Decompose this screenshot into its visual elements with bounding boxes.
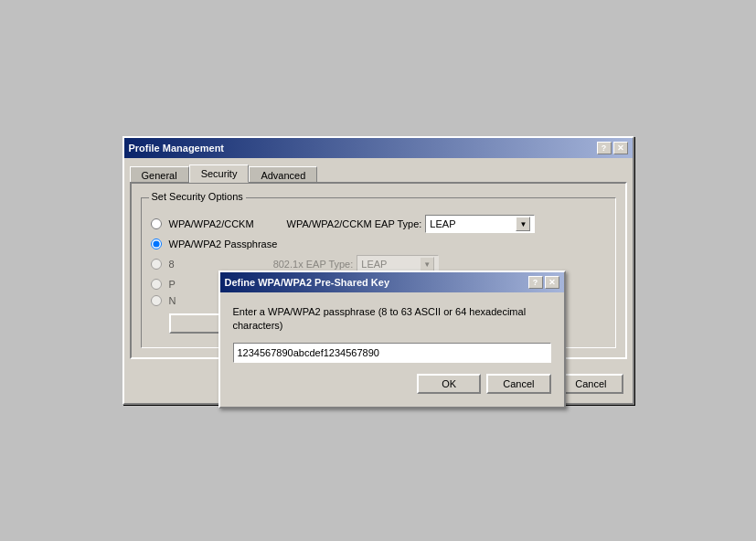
window-title: Profile Management xyxy=(129,143,225,154)
modal-close-button[interactable]: ✕ xyxy=(545,276,559,289)
modal-body: Enter a WPA/WPA2 passphrase (8 to 63 ASC… xyxy=(220,292,564,407)
title-bar-buttons: ? ✕ xyxy=(597,142,628,154)
radio-wpa-passphrase[interactable] xyxy=(151,239,162,249)
radio-8021x[interactable] xyxy=(151,259,162,270)
modal-ok-button[interactable]: OK xyxy=(417,374,481,394)
modal-title-buttons: ? ✕ xyxy=(528,276,559,289)
eap-type-label-1: WPA/WPA2/CCKM EAP Type: xyxy=(287,218,422,229)
modal-description: Enter a WPA/WPA2 passphrase (8 to 63 ASC… xyxy=(233,305,551,334)
main-window: Profile Management ? ✕ General Security … xyxy=(122,136,634,405)
radio-wpa-cckm[interactable] xyxy=(151,218,162,229)
tab-bar: General Security Advanced xyxy=(130,164,627,183)
radio-row-2: WPA/WPA2 Passphrase xyxy=(151,239,606,249)
modal-cancel-button[interactable]: Cancel xyxy=(486,374,550,394)
modal-title: Define WPA/WPA2 Pre-Shared Key xyxy=(225,277,390,288)
passphrase-input[interactable] xyxy=(233,343,551,363)
radio-label-none: N xyxy=(169,295,176,306)
radio-label-wpa-cckm: WPA/WPA2/CCKM xyxy=(169,218,254,229)
dropdown-arrow-2[interactable]: ▼ xyxy=(420,257,434,271)
eap-type-label-2: 802.1x EAP Type: xyxy=(273,259,354,270)
modal-title-bar: Define WPA/WPA2 Pre-Shared Key ? ✕ xyxy=(220,272,564,292)
close-button[interactable]: ✕ xyxy=(613,142,628,154)
window-body: General Security Advanced Set Security O… xyxy=(124,158,633,403)
radio-psk[interactable] xyxy=(151,279,162,290)
title-bar: Profile Management ? ✕ xyxy=(124,138,633,158)
radio-none[interactable] xyxy=(151,295,162,306)
help-button[interactable]: ? xyxy=(597,142,612,154)
modal-help-button[interactable]: ? xyxy=(528,276,543,289)
tab-content-security: Set Security Options WPA/WPA2/CCKM WPA/W… xyxy=(130,182,627,359)
dropdown-arrow-1[interactable]: ▼ xyxy=(516,217,530,231)
modal-buttons: OK Cancel xyxy=(233,374,551,398)
modal-dialog: Define WPA/WPA2 Pre-Shared Key ? ✕ Enter… xyxy=(218,270,566,408)
radio-label-8021x: 8 xyxy=(169,259,175,270)
eap-type-dropdown-1[interactable]: LEAP ▼ xyxy=(425,215,535,233)
group-box-title: Set Security Options xyxy=(149,191,246,202)
radio-label-psk: P xyxy=(169,279,176,290)
radio-label-wpa-passphrase: WPA/WPA2 Passphrase xyxy=(169,239,278,249)
cancel-button[interactable]: Cancel xyxy=(559,374,623,394)
tab-security[interactable]: Security xyxy=(189,164,250,183)
radio-row-1: WPA/WPA2/CCKM xyxy=(151,218,254,229)
